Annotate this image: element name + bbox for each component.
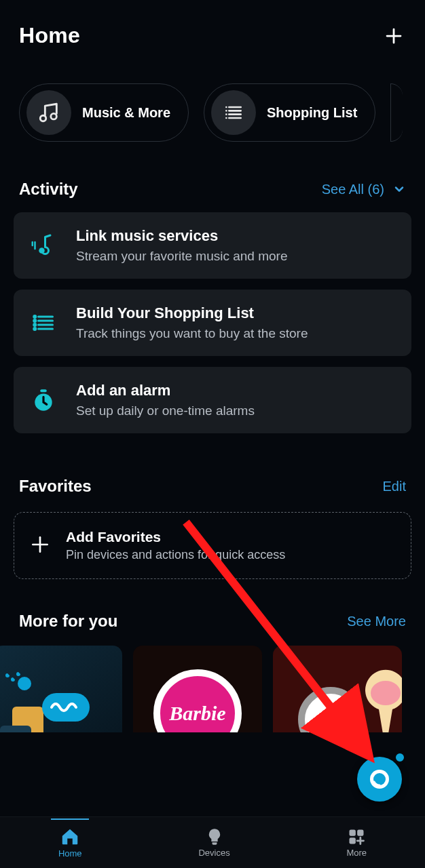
tile-featured[interactable] [273, 646, 402, 732]
svg-rect-33 [350, 837, 356, 844]
more-tiles: Barbie [0, 631, 425, 732]
svg-point-27 [371, 681, 401, 705]
nav-more[interactable]: More [346, 827, 367, 858]
shortcut-overflow[interactable] [390, 83, 403, 142]
activity-see-all[interactable]: See All (6) [322, 182, 406, 197]
nav-home[interactable]: Home [58, 827, 82, 859]
edit-label: Edit [383, 479, 406, 494]
add-favorites-subtitle: Pin devices and actions for quick access [66, 548, 285, 562]
music-icon [26, 90, 71, 135]
home-icon [60, 827, 80, 847]
activity-list: Link music services Stream your favorite… [0, 199, 425, 433]
shortcut-label: Music & More [82, 105, 170, 121]
grid-plus-icon [347, 827, 366, 846]
activity-card-link-music[interactable]: Link music services Stream your favorite… [14, 212, 411, 279]
alexa-bubble-icon [394, 751, 406, 764]
activity-card-alarm[interactable]: Add an alarm Set up daily or one-time al… [14, 367, 411, 433]
favorites-edit[interactable]: Edit [383, 479, 406, 494]
see-all-label: See All (6) [322, 182, 384, 197]
shortcut-shopping-list[interactable]: Shopping List [204, 83, 375, 142]
bottom-nav: Home Devices More [0, 816, 425, 868]
alexa-voice-button[interactable] [357, 757, 402, 802]
page-title: Home [19, 23, 80, 48]
add-button[interactable] [382, 24, 406, 48]
svg-rect-24 [0, 726, 31, 732]
card-title: Build Your Shopping List [76, 304, 308, 322]
nav-label: Home [58, 848, 82, 859]
favorites-heading: Favorites [19, 477, 92, 496]
barbie-badge: Barbie [153, 669, 242, 732]
card-title: Link music services [76, 227, 288, 245]
star-icon [298, 687, 363, 732]
card-subtitle: Set up daily or one-time alarms [76, 403, 255, 418]
shortcut-label: Shopping List [267, 105, 357, 121]
list-icon [211, 90, 256, 135]
add-favorites-title: Add Favorites [66, 529, 285, 545]
tile-barbie[interactable]: Barbie [133, 646, 262, 732]
music-wave-icon [27, 232, 60, 259]
svg-rect-31 [350, 830, 356, 836]
svg-point-25 [18, 677, 31, 690]
svg-point-16 [34, 320, 36, 322]
card-subtitle: Stream your favorite music and more [76, 249, 288, 264]
card-title: Add an alarm [76, 382, 255, 399]
list-icon [27, 311, 60, 335]
alarm-icon [27, 387, 60, 413]
see-more-label: See More [347, 614, 406, 629]
svg-rect-26 [42, 693, 90, 722]
svg-point-10 [39, 248, 45, 254]
svg-rect-32 [357, 830, 363, 836]
nav-label: More [346, 848, 367, 858]
nav-label: Devices [198, 848, 229, 858]
alexa-ring-icon [366, 766, 393, 793]
svg-point-18 [34, 328, 36, 330]
add-favorites-card[interactable]: Add Favorites Pin devices and actions fo… [14, 512, 411, 579]
plus-icon [384, 26, 404, 46]
shortcut-row: Music & More Shopping List [0, 59, 425, 142]
chevron-down-icon [392, 182, 406, 196]
bulb-icon [205, 827, 224, 846]
card-subtitle: Track things you want to buy at the stor… [76, 326, 308, 341]
activity-heading: Activity [19, 180, 78, 199]
svg-point-15 [34, 316, 36, 318]
activity-card-shopping-list[interactable]: Build Your Shopping List Track things yo… [14, 290, 411, 356]
plus-icon [29, 534, 51, 558]
svg-point-17 [34, 324, 36, 326]
more-heading: More for you [19, 612, 117, 631]
tile-alexa-promo[interactable] [0, 646, 122, 732]
shortcut-music[interactable]: Music & More [19, 83, 189, 142]
svg-rect-19 [40, 389, 47, 392]
nav-devices[interactable]: Devices [198, 827, 229, 858]
more-see-more[interactable]: See More [347, 614, 406, 629]
